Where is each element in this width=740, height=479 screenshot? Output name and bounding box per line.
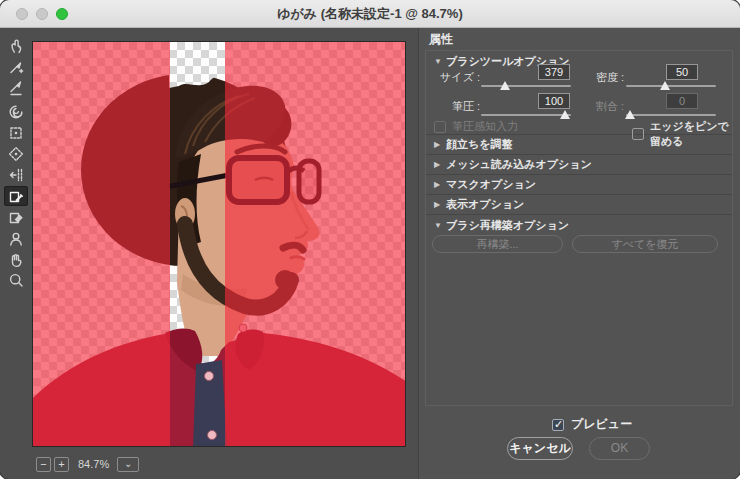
section-label: マスクオプション <box>446 177 536 192</box>
zoom-out-button[interactable]: − <box>36 457 51 472</box>
preview-option[interactable]: プレビュー <box>552 416 632 433</box>
tool-freeze-mask[interactable] <box>4 186 28 206</box>
canvas-statusbar: − + 84.7% <box>36 456 139 472</box>
pressure-label: 筆圧 : <box>434 99 480 114</box>
properties-panel: 属性 ブラシツールオプション サイズ : 379 密度 : 50 <box>418 28 740 479</box>
freeze-mask-overlay-right <box>225 42 405 446</box>
preview-checkbox[interactable] <box>552 419 564 431</box>
expand-triangle-icon <box>434 140 446 149</box>
section-label: メッシュ読み込みオプション <box>446 157 592 172</box>
stylus-pressure-option: 筆圧感知入力 <box>434 119 518 134</box>
liquify-preview-image <box>33 42 405 446</box>
collapse-triangle-icon <box>434 221 446 230</box>
thaw-mask-icon <box>7 208 25 226</box>
size-label: サイズ : <box>434 70 480 85</box>
forward-warp-icon <box>7 37 25 55</box>
slider-track <box>481 85 571 87</box>
density-label: 密度 : <box>578 70 624 85</box>
size-slider[interactable] <box>481 81 571 93</box>
preview-label: プレビュー <box>571 416 632 433</box>
slider-thumb[interactable] <box>625 110 635 119</box>
face-tool-icon <box>7 230 25 248</box>
density-slider[interactable] <box>626 81 716 93</box>
section-load-mesh-options[interactable]: メッシュ読み込みオプション <box>426 155 732 175</box>
panel-title: 属性 <box>429 31 453 48</box>
zoom-tool-icon <box>7 271 25 289</box>
slider-track <box>481 114 571 116</box>
bloat-icon <box>7 145 25 163</box>
expand-triangle-icon <box>434 200 446 209</box>
ok-button: OK <box>589 437 650 460</box>
section-label: 表示オプション <box>446 197 524 212</box>
tool-zoom[interactable] <box>4 270 28 290</box>
zoom-level-value[interactable]: 84.7% <box>78 458 109 470</box>
stylus-pressure-label: 筆圧感知入力 <box>452 119 518 134</box>
expand-triangle-icon <box>434 180 446 189</box>
tool-thaw-mask[interactable] <box>4 207 28 227</box>
freeze-mask-icon <box>7 187 25 205</box>
tool-forward-warp[interactable] <box>4 36 28 56</box>
twirl-clockwise-icon <box>7 103 25 121</box>
smooth-icon <box>7 79 25 97</box>
zoom-level-dropdown[interactable] <box>117 457 139 472</box>
rate-label: 割合 : <box>578 99 624 114</box>
section-label: 顔立ちを調整 <box>446 137 513 152</box>
panel-scroll-area: ブラシツールオプション サイズ : 379 密度 : 50 筆圧 : 100 <box>425 50 733 406</box>
push-left-icon <box>7 166 25 184</box>
pressure-input[interactable]: 100 <box>538 93 570 109</box>
restore-all-button: すべてを復元 <box>572 235 718 253</box>
slider-thumb[interactable] <box>500 81 510 90</box>
tool-pucker[interactable] <box>4 123 28 143</box>
image-canvas[interactable] <box>33 42 405 446</box>
section-mask-options[interactable]: マスクオプション <box>426 175 732 195</box>
tool-face[interactable] <box>4 229 28 249</box>
tool-bloat[interactable] <box>4 144 28 164</box>
tool-twirl-clockwise[interactable] <box>4 102 28 122</box>
section-face-aware-liquify[interactable]: 顔立ちを調整 <box>426 135 732 155</box>
slider-track <box>626 85 716 87</box>
tool-smooth[interactable] <box>4 78 28 98</box>
freeze-mask-overlay-left <box>33 42 170 446</box>
reconstruct-icon <box>7 58 25 76</box>
expand-triangle-icon <box>434 160 446 169</box>
stylus-pressure-checkbox <box>434 121 446 133</box>
window-titlebar: ゆがみ (名称未設定-1 @ 84.7%) <box>0 0 740 28</box>
liquify-dialog-window: ゆがみ (名称未設定-1 @ 84.7%) <box>0 0 740 479</box>
zoom-in-button[interactable]: + <box>54 457 69 472</box>
tool-hand[interactable] <box>4 250 28 270</box>
reconstruct-button: 再構築... <box>432 235 563 253</box>
section-view-options[interactable]: 表示オプション <box>426 195 732 215</box>
section-brush-reconstruct-options[interactable]: ブラシ再構築オプション <box>426 215 732 235</box>
slider-thumb[interactable] <box>660 81 670 90</box>
size-input[interactable]: 379 <box>538 64 570 80</box>
density-input[interactable]: 50 <box>666 64 698 80</box>
pucker-icon <box>7 124 25 142</box>
cancel-button[interactable]: キャンセル <box>507 437 573 460</box>
hand-tool-icon <box>7 251 25 269</box>
liquify-toolbar <box>0 28 33 479</box>
section-brush-tool-options: ブラシツールオプション サイズ : 379 密度 : 50 筆圧 : 100 <box>426 51 732 135</box>
tool-reconstruct[interactable] <box>4 57 28 77</box>
tool-push-left[interactable] <box>4 165 28 185</box>
slider-thumb[interactable] <box>560 110 570 119</box>
collapse-triangle-icon <box>434 57 446 66</box>
section-label: ブラシ再構築オプション <box>446 218 569 233</box>
window-title: ゆがみ (名称未設定-1 @ 84.7%) <box>0 0 740 28</box>
rate-input: 0 <box>666 93 698 109</box>
slider-track <box>626 114 716 116</box>
